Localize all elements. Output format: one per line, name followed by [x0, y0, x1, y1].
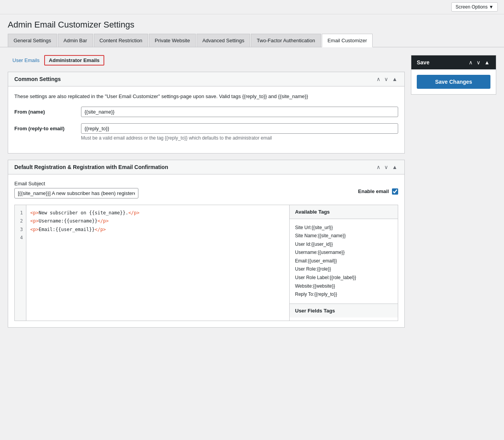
save-card-body: Save Changes [411, 69, 496, 94]
code-content-area[interactable]: <p>New subscriber on {{site_name}}.</p> … [26, 205, 289, 321]
enable-email-row: Enable email [358, 181, 398, 195]
code-line-1: <p>New subscriber on {{site_name}}.</p> [30, 209, 285, 217]
from-email-field: Must be a valid email address or the tag… [81, 123, 398, 141]
tab-admin-bar[interactable]: Admin Bar [58, 34, 93, 47]
save-card: Save ∧ ∨ ▲ Save Changes [411, 55, 496, 95]
code-line-2: <p>Username:{{username}}</p> [30, 217, 285, 226]
code-area: 1 2 3 4 <p>New subscriber on {{site_name… [14, 205, 398, 321]
right-panel: Save ∧ ∨ ▲ Save Changes [411, 55, 496, 334]
code-tag-close-1: </p> [128, 210, 140, 216]
registration-body: Email Subject Enable email 1 2 3 [8, 174, 404, 327]
save-title: Save [417, 59, 430, 66]
tag-username: Username:{{username}} [295, 248, 392, 257]
collapse-toggle-button[interactable]: ▲ [391, 76, 398, 82]
line-num-4: 4 [18, 234, 23, 242]
nav-tabs: General Settings Admin Bar Content Restr… [0, 34, 504, 47]
tab-content-restriction[interactable]: Content Restriction [94, 34, 148, 47]
page-title: Admin Email Customizer Settings [0, 14, 504, 34]
available-tags-panel: Available Tags Site Url:{{site_url}} Sit… [289, 205, 398, 321]
code-tag-close-3: </p> [95, 227, 106, 232]
code-tag-open-3: <p> [30, 227, 39, 232]
screen-options-button[interactable]: Screen Options ▼ [451, 2, 498, 12]
save-collapse-up-button[interactable]: ∧ [468, 59, 473, 66]
code-line-4 [30, 234, 285, 242]
registration-controls: ∧ ∨ ▲ [376, 164, 398, 170]
common-settings-header: Common Settings ∧ ∨ ▲ [8, 72, 404, 86]
from-email-label: From (reply-to email) [14, 123, 76, 131]
left-panel: User Emails Administrator Emails Common … [8, 55, 405, 334]
tag-website: Website:{{website}} [295, 282, 392, 291]
available-tags-body: Site Url:{{site_url}} Site Name:{{site_n… [290, 219, 398, 304]
save-card-header: Save ∧ ∨ ▲ [411, 55, 496, 69]
tag-user-role: User Role:{{role}} [295, 265, 392, 274]
tab-two-factor-auth[interactable]: Two-Factor Authentication [251, 34, 321, 47]
common-settings-title: Common Settings [14, 76, 61, 82]
registration-card: Default Registration & Registration with… [8, 160, 405, 328]
from-email-input[interactable] [81, 123, 398, 134]
email-subject-left: Email Subject [14, 181, 352, 198]
common-settings-card: Common Settings ∧ ∨ ▲ These settings are… [8, 72, 405, 154]
collapse-up-button[interactable]: ∧ [376, 76, 381, 82]
common-settings-info: These settings are also replicated in th… [14, 93, 398, 100]
line-num-2: 2 [18, 217, 23, 226]
line-num-1: 1 [18, 209, 23, 217]
email-subject-label: Email Subject [14, 181, 352, 186]
reg-collapse-down-button[interactable]: ∨ [383, 164, 389, 170]
tag-user-role-label: User Role Label:{{role_label}} [295, 274, 392, 282]
from-email-row: From (reply-to email) Must be a valid em… [14, 123, 398, 141]
sub-tab-user-emails[interactable]: User Emails [8, 55, 44, 66]
tag-email: Email:{{user_email}} [295, 257, 392, 266]
tab-private-website[interactable]: Private Website [149, 34, 196, 47]
from-name-input[interactable] [81, 107, 398, 117]
code-text-2: Username:{{username}} [39, 218, 98, 224]
collapse-down-button[interactable]: ∨ [383, 76, 389, 82]
code-tag-close-2: </p> [97, 218, 109, 224]
available-tags-header: Available Tags [290, 205, 398, 219]
tab-general-settings[interactable]: General Settings [8, 34, 57, 47]
line-num-3: 3 [18, 226, 23, 234]
code-line-numbers: 1 2 3 4 [15, 205, 26, 321]
registration-header: Default Registration & Registration with… [8, 160, 404, 174]
from-name-row: From (name) [14, 107, 398, 117]
user-fields-tags-header: User Fields Tags [290, 304, 398, 317]
save-collapse-down-button[interactable]: ∨ [476, 59, 481, 66]
save-changes-button[interactable]: Save Changes [417, 75, 490, 89]
email-subject-input[interactable] [14, 188, 138, 198]
save-card-controls: ∧ ∨ ▲ [468, 59, 490, 66]
save-collapse-toggle-button[interactable]: ▲ [483, 59, 490, 66]
tag-site-url: Site Url:{{site_url}} [295, 224, 392, 232]
reg-collapse-up-button[interactable]: ∧ [376, 164, 381, 170]
tab-advanced-settings[interactable]: Advanced Settings [197, 34, 250, 47]
code-text-3: Email:{{user_email}} [39, 227, 95, 232]
tab-email-customizer[interactable]: Email Customizer [322, 34, 373, 47]
code-tag-open-1: <p> [30, 210, 39, 216]
sub-tab-administrator-emails[interactable]: Administrator Emails [44, 55, 104, 66]
email-subject-row: Email Subject Enable email [14, 181, 398, 198]
common-settings-body: These settings are also replicated in th… [8, 86, 404, 153]
from-email-hint: Must be a valid email address or the tag… [81, 135, 398, 141]
enable-email-checkbox[interactable] [392, 188, 398, 195]
from-name-field [81, 107, 398, 117]
from-name-label: From (name) [14, 107, 76, 115]
code-tag-open-2: <p> [30, 218, 39, 224]
sub-tabs: User Emails Administrator Emails [8, 55, 405, 66]
common-settings-controls: ∧ ∨ ▲ [376, 76, 398, 82]
code-text-1: New subscriber on {{site_name}}. [39, 210, 128, 216]
code-line-3: <p>Email:{{user_email}}</p> [30, 226, 285, 234]
reg-collapse-toggle-button[interactable]: ▲ [391, 164, 398, 170]
enable-email-label: Enable email [358, 188, 389, 194]
tag-site-name: Site Name:{{site_name}} [295, 232, 392, 240]
tag-user-id: User Id:{{user_id}} [295, 240, 392, 249]
tag-reply-to: Reply To:{{reply_to}} [295, 290, 392, 299]
registration-title: Default Registration & Registration with… [14, 164, 168, 170]
